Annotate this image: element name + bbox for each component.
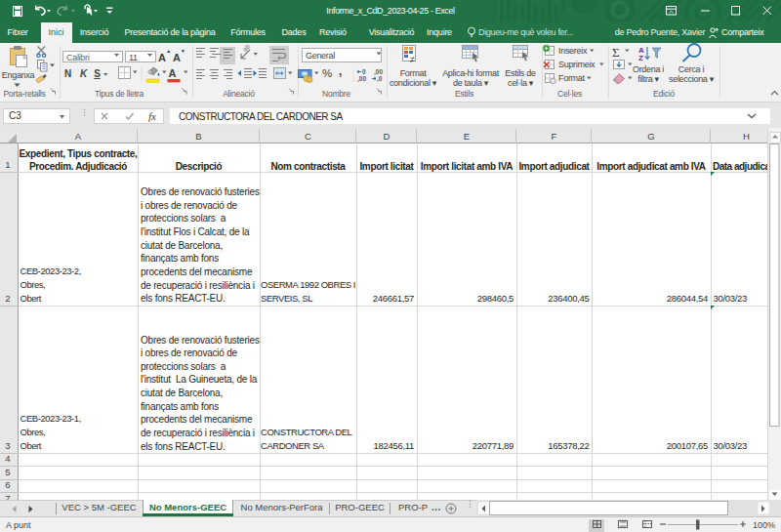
svg-text:ab: ab bbox=[241, 43, 252, 53]
svg-text:Σ: Σ bbox=[612, 45, 620, 60]
svg-text:0: 0 bbox=[362, 68, 366, 75]
svg-text:≠: ≠ bbox=[410, 55, 415, 64]
svg-text:fx: fx bbox=[148, 110, 156, 122]
svg-text:100%: 100% bbox=[753, 520, 775, 530]
svg-text:,0: ,0 bbox=[377, 75, 383, 83]
svg-text:Z: Z bbox=[638, 54, 643, 62]
svg-text:A: A bbox=[173, 52, 181, 63]
svg-text:,00: ,00 bbox=[357, 75, 366, 83]
svg-text:A: A bbox=[169, 67, 177, 79]
svg-text:A: A bbox=[158, 52, 166, 63]
